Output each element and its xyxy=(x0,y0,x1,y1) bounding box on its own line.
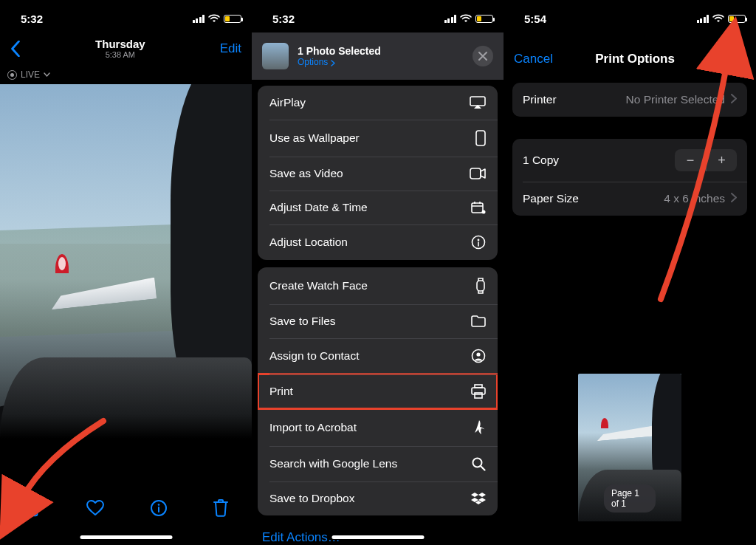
page-indicator: Page 1 of 1 xyxy=(604,484,656,513)
share-sheet-header: 1 Photo Selected Options xyxy=(252,32,504,80)
share-action-label: Save to Files xyxy=(269,315,336,328)
share-action-label: Save as Video xyxy=(269,167,343,180)
import-acrobat-icon xyxy=(472,419,486,436)
assign-contact-icon xyxy=(471,349,486,363)
share-action-label: Assign to Contact xyxy=(269,349,359,363)
google-lens-icon xyxy=(471,456,486,471)
share-action-airplay[interactable]: AirPlay xyxy=(258,86,498,120)
nav-bar: Thursday 5:38 AM Edit xyxy=(0,32,252,65)
share-action-wallpaper[interactable]: Use as Wallpaper xyxy=(258,120,498,157)
wifi-icon xyxy=(712,14,724,23)
share-action-label: Adjust Date & Time xyxy=(269,201,368,214)
share-action-google-lens[interactable]: Search with Google Lens xyxy=(258,446,498,481)
share-action-save-files[interactable]: Save to Files xyxy=(258,304,498,338)
copies-label: 1 Copy xyxy=(523,154,559,167)
home-indicator[interactable] xyxy=(80,535,172,539)
share-action-label: Import to Acrobat xyxy=(269,421,357,434)
adjust-location-icon xyxy=(471,235,486,250)
screen-print-options: 5:54 Cancel Print Options Print Printer … xyxy=(504,0,756,545)
share-actions-list[interactable]: AirPlayUse as WallpaperSave as VideoAdju… xyxy=(252,80,504,545)
save-video-icon xyxy=(470,168,486,179)
share-action-group: AirPlayUse as WallpaperSave as VideoAdju… xyxy=(258,86,498,260)
back-button[interactable] xyxy=(10,41,21,57)
chevron-right-icon xyxy=(331,60,335,66)
photo[interactable] xyxy=(0,84,252,439)
nav-subtitle: 5:38 AM xyxy=(95,50,145,60)
status-bar: 5:54 xyxy=(504,0,756,32)
live-icon xyxy=(7,70,17,80)
share-action-label: Save to Dropbox xyxy=(269,492,354,505)
nav-title: Thursday xyxy=(95,38,145,50)
print-icon xyxy=(471,384,486,399)
adjust-date-icon xyxy=(471,201,486,214)
share-action-adjust-location[interactable]: Adjust Location xyxy=(258,224,498,260)
edit-button[interactable]: Edit xyxy=(220,41,241,56)
svg-rect-5 xyxy=(470,168,481,179)
live-label: LIVE xyxy=(21,69,40,80)
delete-button[interactable] xyxy=(213,498,229,518)
status-indicators xyxy=(444,14,494,23)
share-action-save-video[interactable]: Save as Video xyxy=(258,157,498,191)
wifi-icon xyxy=(208,14,220,23)
share-action-label: Search with Google Lens xyxy=(269,457,397,470)
close-button[interactable] xyxy=(472,46,493,66)
signal-icon xyxy=(697,15,709,23)
nav-bar: Cancel Print Options Print xyxy=(504,43,756,75)
paper-size-cell[interactable]: Paper Size 4 x 6 inches xyxy=(512,182,747,216)
battery-icon xyxy=(475,15,493,23)
status-bar: 5:32 xyxy=(252,0,504,32)
share-action-label: Create Watch Face xyxy=(269,279,368,292)
share-action-import-acrobat[interactable]: Import to Acrobat xyxy=(258,409,498,446)
status-indicators xyxy=(697,14,746,23)
printer-group: Printer No Printer Selected xyxy=(512,83,747,117)
live-badge[interactable]: LIVE xyxy=(0,65,252,84)
edit-actions-button[interactable]: Edit Actions… xyxy=(258,523,498,545)
printer-value: No Printer Selected xyxy=(626,93,725,106)
svg-point-7 xyxy=(482,210,486,214)
chevron-right-icon xyxy=(731,93,737,106)
preview-page-1[interactable]: Page 1 of 1 xyxy=(578,374,681,521)
screen-photo-view: 5:32 Thursday 5:38 AM Edit LIVE xyxy=(0,0,252,545)
chevron-down-icon xyxy=(44,72,50,77)
svg-point-12 xyxy=(476,352,480,356)
status-bar: 5:32 xyxy=(0,0,252,32)
save-files-icon xyxy=(471,315,486,327)
share-action-watch-face[interactable]: Create Watch Face xyxy=(258,267,498,304)
share-action-label: Adjust Location xyxy=(269,236,348,249)
stepper-minus[interactable]: − xyxy=(675,149,706,171)
svg-point-2 xyxy=(158,504,160,506)
stepper-plus[interactable]: + xyxy=(706,149,737,171)
share-button[interactable] xyxy=(23,498,41,518)
share-action-label: Print xyxy=(269,385,293,398)
signal-icon xyxy=(193,15,205,23)
copies-cell: 1 Copy − + xyxy=(512,139,747,182)
share-action-label: Use as Wallpaper xyxy=(269,131,360,145)
printer-cell[interactable]: Printer No Printer Selected xyxy=(512,83,747,117)
share-options-link[interactable]: Options xyxy=(298,57,381,67)
print-button[interactable]: Print xyxy=(717,52,746,66)
share-title: 1 Photo Selected xyxy=(298,45,381,58)
close-icon xyxy=(478,52,487,61)
status-time: 5:54 xyxy=(524,13,546,25)
paper-size-value: 4 x 6 inches xyxy=(664,192,725,205)
copies-stepper: − + xyxy=(675,149,737,171)
screen-share-sheet: 5:32 1 Photo Selected Options AirPlayUse… xyxy=(252,0,504,545)
share-action-print[interactable]: Print xyxy=(258,374,498,409)
watch-face-icon xyxy=(475,278,486,294)
nav-title-block: Thursday 5:38 AM xyxy=(95,38,145,60)
options-group: 1 Copy − + Paper Size 4 x 6 inches xyxy=(512,139,747,216)
info-button[interactable] xyxy=(150,499,168,517)
status-time: 5:32 xyxy=(21,13,43,25)
cancel-button[interactable]: Cancel xyxy=(514,52,553,66)
print-preview-area[interactable]: Page 1 of 1 xyxy=(504,360,756,545)
svg-rect-3 xyxy=(470,97,485,106)
wifi-icon xyxy=(460,14,472,23)
selected-photo-thumb xyxy=(262,43,289,69)
share-action-group: Create Watch FaceSave to FilesAssign to … xyxy=(258,267,498,515)
home-indicator[interactable] xyxy=(331,535,424,539)
share-action-assign-contact[interactable]: Assign to Contact xyxy=(258,338,498,374)
svg-rect-4 xyxy=(476,131,485,145)
share-action-adjust-date[interactable]: Adjust Date & Time xyxy=(258,191,498,224)
share-action-save-dropbox[interactable]: Save to Dropbox xyxy=(258,481,498,515)
favorite-button[interactable] xyxy=(86,499,105,517)
